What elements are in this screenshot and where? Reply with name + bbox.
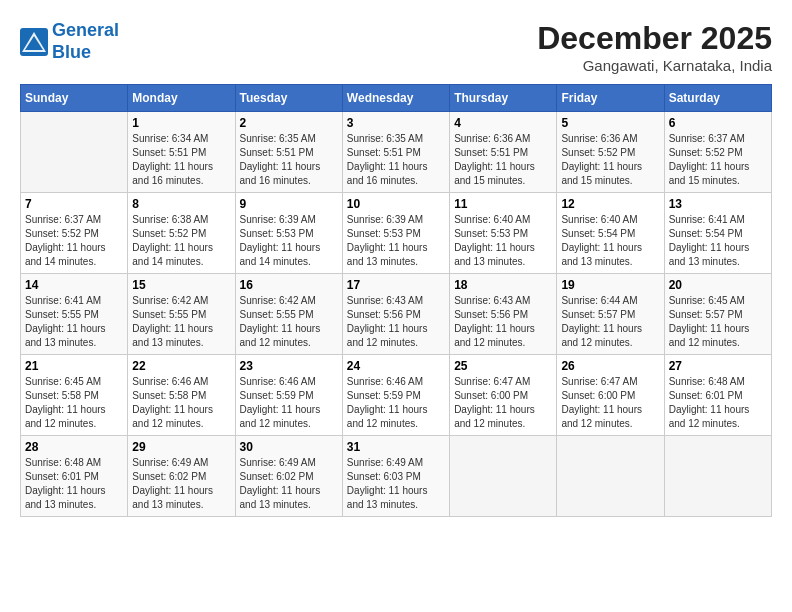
- day-number: 26: [561, 359, 659, 373]
- day-number: 31: [347, 440, 445, 454]
- calendar-cell: 13Sunrise: 6:41 AM Sunset: 5:54 PM Dayli…: [664, 193, 771, 274]
- day-info: Sunrise: 6:47 AM Sunset: 6:00 PM Dayligh…: [561, 375, 659, 431]
- day-number: 15: [132, 278, 230, 292]
- calendar-cell: 18Sunrise: 6:43 AM Sunset: 5:56 PM Dayli…: [450, 274, 557, 355]
- header-cell-thursday: Thursday: [450, 85, 557, 112]
- day-info: Sunrise: 6:49 AM Sunset: 6:02 PM Dayligh…: [132, 456, 230, 512]
- day-info: Sunrise: 6:47 AM Sunset: 6:00 PM Dayligh…: [454, 375, 552, 431]
- day-info: Sunrise: 6:49 AM Sunset: 6:02 PM Dayligh…: [240, 456, 338, 512]
- day-info: Sunrise: 6:37 AM Sunset: 5:52 PM Dayligh…: [669, 132, 767, 188]
- day-info: Sunrise: 6:46 AM Sunset: 5:58 PM Dayligh…: [132, 375, 230, 431]
- calendar-cell: 15Sunrise: 6:42 AM Sunset: 5:55 PM Dayli…: [128, 274, 235, 355]
- day-info: Sunrise: 6:42 AM Sunset: 5:55 PM Dayligh…: [132, 294, 230, 350]
- day-info: Sunrise: 6:46 AM Sunset: 5:59 PM Dayligh…: [240, 375, 338, 431]
- calendar-cell: 16Sunrise: 6:42 AM Sunset: 5:55 PM Dayli…: [235, 274, 342, 355]
- header-cell-friday: Friday: [557, 85, 664, 112]
- day-number: 11: [454, 197, 552, 211]
- calendar-cell: 23Sunrise: 6:46 AM Sunset: 5:59 PM Dayli…: [235, 355, 342, 436]
- day-info: Sunrise: 6:45 AM Sunset: 5:58 PM Dayligh…: [25, 375, 123, 431]
- calendar-cell: 20Sunrise: 6:45 AM Sunset: 5:57 PM Dayli…: [664, 274, 771, 355]
- day-info: Sunrise: 6:38 AM Sunset: 5:52 PM Dayligh…: [132, 213, 230, 269]
- day-number: 14: [25, 278, 123, 292]
- week-row-3: 14Sunrise: 6:41 AM Sunset: 5:55 PM Dayli…: [21, 274, 772, 355]
- calendar-cell: 24Sunrise: 6:46 AM Sunset: 5:59 PM Dayli…: [342, 355, 449, 436]
- day-number: 19: [561, 278, 659, 292]
- logo: General Blue: [20, 20, 119, 63]
- day-number: 4: [454, 116, 552, 130]
- day-info: Sunrise: 6:34 AM Sunset: 5:51 PM Dayligh…: [132, 132, 230, 188]
- day-info: Sunrise: 6:49 AM Sunset: 6:03 PM Dayligh…: [347, 456, 445, 512]
- calendar-cell: 31Sunrise: 6:49 AM Sunset: 6:03 PM Dayli…: [342, 436, 449, 517]
- logo-text: General Blue: [52, 20, 119, 63]
- week-row-1: 1Sunrise: 6:34 AM Sunset: 5:51 PM Daylig…: [21, 112, 772, 193]
- day-info: Sunrise: 6:35 AM Sunset: 5:51 PM Dayligh…: [347, 132, 445, 188]
- day-number: 8: [132, 197, 230, 211]
- day-number: 13: [669, 197, 767, 211]
- calendar-cell: 12Sunrise: 6:40 AM Sunset: 5:54 PM Dayli…: [557, 193, 664, 274]
- day-number: 24: [347, 359, 445, 373]
- calendar-cell: 14Sunrise: 6:41 AM Sunset: 5:55 PM Dayli…: [21, 274, 128, 355]
- calendar-cell: 8Sunrise: 6:38 AM Sunset: 5:52 PM Daylig…: [128, 193, 235, 274]
- calendar-cell: 4Sunrise: 6:36 AM Sunset: 5:51 PM Daylig…: [450, 112, 557, 193]
- day-info: Sunrise: 6:43 AM Sunset: 5:56 PM Dayligh…: [347, 294, 445, 350]
- day-info: Sunrise: 6:40 AM Sunset: 5:53 PM Dayligh…: [454, 213, 552, 269]
- logo-line1: General: [52, 20, 119, 40]
- calendar-cell: 9Sunrise: 6:39 AM Sunset: 5:53 PM Daylig…: [235, 193, 342, 274]
- header-cell-sunday: Sunday: [21, 85, 128, 112]
- header-cell-saturday: Saturday: [664, 85, 771, 112]
- calendar-cell: [450, 436, 557, 517]
- calendar-cell: [557, 436, 664, 517]
- calendar-cell: 3Sunrise: 6:35 AM Sunset: 5:51 PM Daylig…: [342, 112, 449, 193]
- calendar-cell: 2Sunrise: 6:35 AM Sunset: 5:51 PM Daylig…: [235, 112, 342, 193]
- calendar-cell: 27Sunrise: 6:48 AM Sunset: 6:01 PM Dayli…: [664, 355, 771, 436]
- calendar-cell: 25Sunrise: 6:47 AM Sunset: 6:00 PM Dayli…: [450, 355, 557, 436]
- day-number: 1: [132, 116, 230, 130]
- calendar-cell: [664, 436, 771, 517]
- day-info: Sunrise: 6:36 AM Sunset: 5:52 PM Dayligh…: [561, 132, 659, 188]
- calendar-cell: 26Sunrise: 6:47 AM Sunset: 6:00 PM Dayli…: [557, 355, 664, 436]
- day-info: Sunrise: 6:36 AM Sunset: 5:51 PM Dayligh…: [454, 132, 552, 188]
- logo-line2: Blue: [52, 42, 91, 62]
- day-number: 5: [561, 116, 659, 130]
- day-info: Sunrise: 6:35 AM Sunset: 5:51 PM Dayligh…: [240, 132, 338, 188]
- day-info: Sunrise: 6:39 AM Sunset: 5:53 PM Dayligh…: [347, 213, 445, 269]
- week-row-2: 7Sunrise: 6:37 AM Sunset: 5:52 PM Daylig…: [21, 193, 772, 274]
- subtitle: Gangawati, Karnataka, India: [537, 57, 772, 74]
- calendar-cell: 11Sunrise: 6:40 AM Sunset: 5:53 PM Dayli…: [450, 193, 557, 274]
- day-info: Sunrise: 6:45 AM Sunset: 5:57 PM Dayligh…: [669, 294, 767, 350]
- calendar-cell: 7Sunrise: 6:37 AM Sunset: 5:52 PM Daylig…: [21, 193, 128, 274]
- calendar-table: SundayMondayTuesdayWednesdayThursdayFrid…: [20, 84, 772, 517]
- day-info: Sunrise: 6:44 AM Sunset: 5:57 PM Dayligh…: [561, 294, 659, 350]
- day-number: 9: [240, 197, 338, 211]
- calendar-cell: 30Sunrise: 6:49 AM Sunset: 6:02 PM Dayli…: [235, 436, 342, 517]
- day-number: 21: [25, 359, 123, 373]
- header-cell-tuesday: Tuesday: [235, 85, 342, 112]
- calendar-cell: [21, 112, 128, 193]
- day-number: 30: [240, 440, 338, 454]
- calendar-cell: 28Sunrise: 6:48 AM Sunset: 6:01 PM Dayli…: [21, 436, 128, 517]
- calendar-cell: 29Sunrise: 6:49 AM Sunset: 6:02 PM Dayli…: [128, 436, 235, 517]
- title-area: December 2025 Gangawati, Karnataka, Indi…: [537, 20, 772, 74]
- day-number: 12: [561, 197, 659, 211]
- day-info: Sunrise: 6:48 AM Sunset: 6:01 PM Dayligh…: [25, 456, 123, 512]
- day-info: Sunrise: 6:41 AM Sunset: 5:55 PM Dayligh…: [25, 294, 123, 350]
- calendar-cell: 19Sunrise: 6:44 AM Sunset: 5:57 PM Dayli…: [557, 274, 664, 355]
- day-info: Sunrise: 6:46 AM Sunset: 5:59 PM Dayligh…: [347, 375, 445, 431]
- day-info: Sunrise: 6:37 AM Sunset: 5:52 PM Dayligh…: [25, 213, 123, 269]
- calendar-cell: 1Sunrise: 6:34 AM Sunset: 5:51 PM Daylig…: [128, 112, 235, 193]
- calendar-cell: 5Sunrise: 6:36 AM Sunset: 5:52 PM Daylig…: [557, 112, 664, 193]
- day-number: 29: [132, 440, 230, 454]
- day-number: 7: [25, 197, 123, 211]
- day-number: 18: [454, 278, 552, 292]
- logo-icon: [20, 28, 48, 56]
- day-info: Sunrise: 6:41 AM Sunset: 5:54 PM Dayligh…: [669, 213, 767, 269]
- day-info: Sunrise: 6:48 AM Sunset: 6:01 PM Dayligh…: [669, 375, 767, 431]
- week-row-4: 21Sunrise: 6:45 AM Sunset: 5:58 PM Dayli…: [21, 355, 772, 436]
- day-info: Sunrise: 6:43 AM Sunset: 5:56 PM Dayligh…: [454, 294, 552, 350]
- day-info: Sunrise: 6:39 AM Sunset: 5:53 PM Dayligh…: [240, 213, 338, 269]
- day-number: 6: [669, 116, 767, 130]
- day-number: 25: [454, 359, 552, 373]
- calendar-cell: 6Sunrise: 6:37 AM Sunset: 5:52 PM Daylig…: [664, 112, 771, 193]
- day-number: 2: [240, 116, 338, 130]
- header-cell-wednesday: Wednesday: [342, 85, 449, 112]
